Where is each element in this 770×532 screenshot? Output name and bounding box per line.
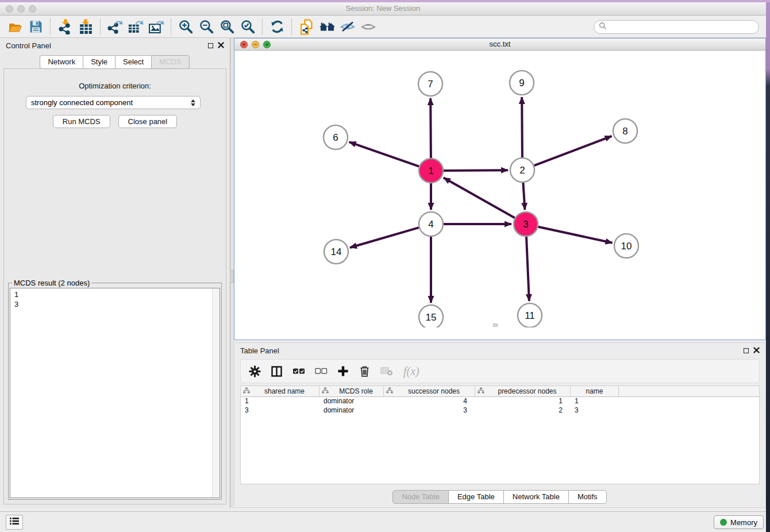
node-9[interactable]: 9 xyxy=(510,71,534,95)
import-table-icon[interactable] xyxy=(75,18,96,36)
column-header-name[interactable]: name xyxy=(571,386,619,396)
table-cell[interactable]: 1 xyxy=(475,397,571,406)
zoom-out-icon[interactable] xyxy=(196,18,217,36)
deselect-all-checkbox-icon[interactable] xyxy=(315,367,328,376)
mcds-result-title: MCDS result (2 nodes) xyxy=(12,279,91,287)
save-session-icon[interactable] xyxy=(25,18,46,36)
hide-details-icon[interactable] xyxy=(337,18,358,36)
tab-select[interactable]: Select xyxy=(115,55,152,69)
desktop-edge-right xyxy=(766,0,770,532)
tab-motifs[interactable]: Motifs xyxy=(568,490,607,504)
add-column-icon[interactable] xyxy=(337,365,349,377)
column-header-shared-name[interactable]: shared name xyxy=(241,386,319,396)
edge-2-3[interactable] xyxy=(523,183,525,210)
node-3[interactable]: 3 xyxy=(514,212,538,236)
edge-4-14[interactable] xyxy=(350,228,419,248)
column-layout-icon[interactable] xyxy=(271,365,283,377)
tab-mcds[interactable]: MCDS xyxy=(151,55,189,69)
zoom-selected-icon[interactable] xyxy=(237,18,258,36)
table-tabs: Node TableEdge TableNetwork TableMotifs xyxy=(234,490,765,504)
toolbar-separator xyxy=(291,19,292,35)
open-session-icon[interactable] xyxy=(5,18,25,36)
export-image-icon[interactable] xyxy=(146,18,167,36)
zoom-in-icon[interactable] xyxy=(175,18,196,36)
table-cell[interactable]: dominator xyxy=(319,397,384,406)
node-7[interactable]: 7 xyxy=(418,72,442,96)
toolbar-separator xyxy=(171,19,171,35)
edge-2-8[interactable] xyxy=(534,136,612,165)
float-panel-icon[interactable] xyxy=(744,348,749,353)
table-cell[interactable]: 2 xyxy=(475,406,571,415)
network-canvas[interactable]: 7968124314101511 xyxy=(234,51,765,327)
optimization-criterion-label: Optimization criterion: xyxy=(4,82,226,90)
table-cell[interactable]: 1 xyxy=(241,397,319,406)
refresh-icon[interactable] xyxy=(267,18,287,36)
column-type-tree-icon xyxy=(241,387,250,396)
node-14[interactable]: 14 xyxy=(324,240,348,264)
delete-column-icon[interactable] xyxy=(359,365,371,377)
network-window-titlebar[interactable]: scc.txt xyxy=(234,38,765,51)
tab-network[interactable]: Network xyxy=(40,55,83,69)
table-cell[interactable]: dominator xyxy=(319,406,384,415)
task-history-button[interactable] xyxy=(6,515,23,530)
edge-1-2[interactable] xyxy=(444,170,508,171)
node-11[interactable]: 11 xyxy=(518,303,542,327)
node-10[interactable]: 10 xyxy=(614,234,638,258)
mcds-result-textarea[interactable]: 13 xyxy=(10,288,220,498)
export-table-icon[interactable] xyxy=(125,18,146,36)
tab-edge-table[interactable]: Edge Table xyxy=(448,490,504,504)
node-1[interactable]: 1 xyxy=(419,159,443,183)
close-panel-icon[interactable] xyxy=(218,40,224,51)
tab-style[interactable]: Style xyxy=(83,55,116,69)
edge-2-9[interactable] xyxy=(522,97,522,157)
column-header-MCDS-role[interactable]: MCDS role xyxy=(319,386,384,396)
settings-gear-icon[interactable] xyxy=(249,365,261,377)
node-6[interactable]: 6 xyxy=(324,125,348,149)
close-panel-icon[interactable] xyxy=(753,345,760,356)
node-2[interactable]: 2 xyxy=(510,158,534,182)
memory-button[interactable]: Memory xyxy=(714,515,764,529)
home-icon[interactable] xyxy=(317,18,337,36)
node-8[interactable]: 8 xyxy=(613,119,637,143)
toolbar-separator xyxy=(262,19,263,35)
edge-1-7[interactable] xyxy=(430,98,431,158)
control-panel: Control Panel NetworkStyleSelectMCDS Opt… xyxy=(0,38,230,508)
import-network-icon[interactable] xyxy=(55,18,75,36)
tab-network-table[interactable]: Network Table xyxy=(503,490,569,504)
table-row[interactable]: 3dominator323 xyxy=(241,406,759,415)
search-box[interactable] xyxy=(594,20,759,34)
show-details-icon[interactable] xyxy=(358,18,379,36)
select-all-checkbox-icon[interactable] xyxy=(292,367,305,376)
network-graph[interactable]: 7968124314101511 xyxy=(234,51,765,327)
svg-text:1: 1 xyxy=(428,165,433,176)
table-cell[interactable]: 1 xyxy=(571,397,619,406)
table-cell[interactable]: 3 xyxy=(241,406,319,415)
export-network-icon[interactable] xyxy=(105,18,125,36)
tab-node-table[interactable]: Node Table xyxy=(392,490,449,504)
edge-1-6[interactable] xyxy=(349,142,419,167)
node-table[interactable]: shared nameMCDS rolesuccessor nodesprede… xyxy=(240,385,760,484)
edge-3-10[interactable] xyxy=(538,227,613,243)
node-4[interactable]: 4 xyxy=(419,212,443,236)
vertical-splitter-handle[interactable] xyxy=(230,270,234,283)
list-icon xyxy=(10,517,19,527)
run-mcds-button[interactable]: Run MCDS xyxy=(53,115,110,128)
table-cell[interactable]: 3 xyxy=(384,406,475,415)
table-cell[interactable]: 3 xyxy=(571,406,619,415)
zoom-fit-icon[interactable] xyxy=(217,18,237,36)
table-cell[interactable]: 4 xyxy=(384,397,475,406)
mcds-result-scrollbar[interactable] xyxy=(212,288,220,498)
edge-3-11[interactable] xyxy=(526,237,529,301)
edge-3-1[interactable] xyxy=(444,178,515,218)
table-row[interactable]: 1dominator411 xyxy=(241,397,759,406)
first-neighbors-icon[interactable] xyxy=(296,18,317,36)
column-header-predecessor-nodes[interactable]: predecessor nodes xyxy=(475,386,571,396)
svg-text:8: 8 xyxy=(622,126,627,137)
search-input[interactable] xyxy=(610,22,754,31)
canvas-splitter-handle[interactable] xyxy=(493,323,498,327)
close-panel-button[interactable]: Close panel xyxy=(118,115,178,128)
float-panel-icon[interactable] xyxy=(208,43,213,48)
column-header-successor-nodes[interactable]: successor nodes xyxy=(384,386,475,396)
node-15[interactable]: 15 xyxy=(419,305,443,327)
criterion-dropdown[interactable]: strongly connected component xyxy=(26,96,201,109)
